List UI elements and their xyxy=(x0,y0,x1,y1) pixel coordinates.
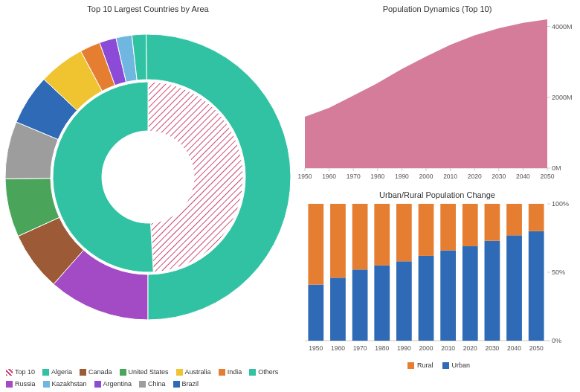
svg-text:2050: 2050 xyxy=(529,344,544,352)
legend-item: United States xyxy=(120,368,169,376)
svg-text:2000M: 2000M xyxy=(552,94,573,101)
svg-text:1950: 1950 xyxy=(298,173,312,180)
bar-chart: 0%50%100%1950196019701980199020002010202… xyxy=(296,201,579,357)
svg-rect-41 xyxy=(330,277,346,341)
svg-text:1960: 1960 xyxy=(331,344,345,352)
donut-panel: Top 10 Largest Countries by Area Top 10A… xyxy=(0,0,296,392)
svg-rect-69 xyxy=(529,204,544,231)
svg-text:1960: 1960 xyxy=(322,173,336,180)
svg-text:1970: 1970 xyxy=(347,173,361,180)
svg-text:2040: 2040 xyxy=(516,173,530,180)
svg-text:2000: 2000 xyxy=(419,344,434,352)
donut-title: Top 10 Largest Countries by Area xyxy=(0,0,296,15)
svg-rect-63 xyxy=(485,204,500,241)
dashboard: Top 10 Largest Countries by Area Top 10A… xyxy=(0,0,580,392)
legend-item: Argentina xyxy=(94,380,132,388)
svg-text:50%: 50% xyxy=(552,269,565,276)
svg-text:2010: 2010 xyxy=(441,344,455,352)
svg-rect-57 xyxy=(440,204,456,251)
svg-text:1950: 1950 xyxy=(309,344,323,352)
legend-item: Top 10 xyxy=(6,368,35,376)
svg-text:4000M: 4000M xyxy=(552,23,573,30)
svg-text:100%: 100% xyxy=(552,201,569,208)
svg-text:1990: 1990 xyxy=(397,344,411,352)
svg-rect-39 xyxy=(308,204,323,285)
svg-text:0M: 0M xyxy=(552,164,561,172)
svg-rect-54 xyxy=(419,204,434,256)
legend-item: Russia xyxy=(6,380,36,388)
legend-item: Brazil xyxy=(173,380,199,388)
bar-panel: Urban/Rural Population Change 0%50%100%1… xyxy=(296,186,579,379)
svg-text:2010: 2010 xyxy=(443,173,457,180)
legend-item: Canada xyxy=(80,368,112,376)
area-panel: Population Dynamics (Top 10) 0M2000M4000… xyxy=(296,0,579,186)
svg-text:2040: 2040 xyxy=(507,344,521,352)
legend-item: Algeria xyxy=(42,368,72,376)
legend-item: Kazakhstan xyxy=(43,380,87,388)
svg-text:2050: 2050 xyxy=(541,173,555,180)
right-panel: Population Dynamics (Top 10) 0M2000M4000… xyxy=(296,0,579,392)
svg-rect-50 xyxy=(396,261,412,341)
svg-text:2030: 2030 xyxy=(485,344,499,352)
svg-rect-42 xyxy=(330,204,346,277)
donut-legend: Top 10AlgeriaCanadaUnited StatesAustrali… xyxy=(6,368,290,388)
bar-legend: RuralUrban xyxy=(296,360,579,370)
svg-text:2020: 2020 xyxy=(468,173,482,180)
svg-rect-44 xyxy=(352,269,368,341)
area-title: Population Dynamics (Top 10) xyxy=(296,0,579,15)
legend-item: China xyxy=(139,380,166,388)
legend-item: India xyxy=(219,368,242,376)
svg-rect-38 xyxy=(308,285,323,341)
svg-text:1990: 1990 xyxy=(395,173,409,180)
svg-text:2000: 2000 xyxy=(419,173,434,180)
legend-item: Others xyxy=(249,368,278,376)
svg-rect-47 xyxy=(374,266,390,341)
svg-rect-59 xyxy=(463,246,478,341)
legend-item: Australia xyxy=(176,368,211,376)
svg-rect-51 xyxy=(396,204,412,261)
svg-rect-53 xyxy=(419,256,434,341)
svg-text:2020: 2020 xyxy=(463,344,477,352)
svg-rect-60 xyxy=(463,204,478,246)
svg-rect-65 xyxy=(506,235,522,341)
bar-title: Urban/Rural Population Change xyxy=(296,186,579,201)
svg-rect-45 xyxy=(352,204,368,269)
svg-text:1970: 1970 xyxy=(353,344,367,352)
svg-text:1980: 1980 xyxy=(370,173,384,180)
donut-chart xyxy=(0,15,296,342)
area-chart: 0M2000M4000M1950196019701980199020002010… xyxy=(296,15,579,186)
svg-rect-66 xyxy=(506,204,522,235)
svg-rect-68 xyxy=(529,231,544,341)
svg-rect-62 xyxy=(485,241,500,341)
svg-rect-56 xyxy=(440,251,456,341)
svg-rect-48 xyxy=(374,204,390,266)
svg-text:2030: 2030 xyxy=(492,173,506,180)
svg-text:1980: 1980 xyxy=(375,344,389,352)
svg-text:0%: 0% xyxy=(552,337,561,344)
